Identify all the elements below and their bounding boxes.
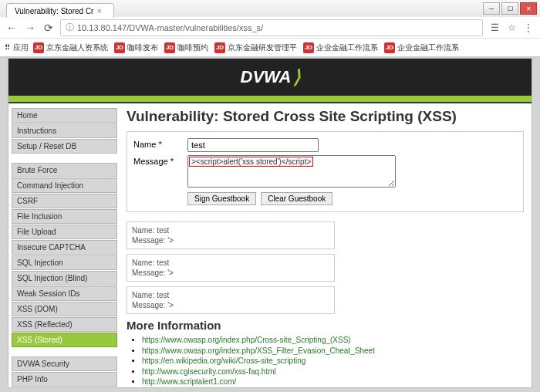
entry-name: Name: test — [132, 290, 329, 300]
close-button[interactable]: ✕ — [520, 2, 537, 15]
sidebar-item-command-injection[interactable]: Command Injection — [12, 178, 117, 193]
clear-guestbook-button[interactable]: Clear Guestbook — [261, 192, 332, 205]
jd-icon: JD — [214, 42, 225, 53]
forward-button[interactable]: → — [23, 21, 37, 35]
logo-arc-icon: ⟩ — [293, 68, 300, 86]
sidebar-item-instructions[interactable]: Instructions — [12, 123, 117, 138]
jd-icon: JD — [33, 42, 44, 53]
jd-icon: JD — [114, 42, 125, 53]
entry-message: Message: '> — [132, 235, 329, 245]
bookmark-item[interactable]: JD企业金融工作流系 — [383, 42, 461, 53]
maximize-button[interactable]: ☐ — [501, 2, 518, 15]
bookmark-item[interactable]: JD咖啡预约 — [163, 42, 210, 53]
minimize-button[interactable]: ─ — [483, 2, 500, 15]
jd-icon: JD — [164, 42, 175, 53]
bookmark-item[interactable]: JD企业金融工作流系 — [302, 42, 380, 53]
sidebar-item-csrf[interactable]: CSRF — [12, 194, 117, 208]
sidebar-item-bruteforce[interactable]: Brute Force — [12, 163, 117, 177]
sidebar-item-file-upload[interactable]: File Upload — [12, 225, 117, 239]
entry-name: Name: test — [132, 225, 329, 235]
entry-name: Name: test — [132, 258, 329, 268]
main-content: Vulnerability: Stored Cross Site Scripti… — [120, 103, 532, 386]
sidebar-item-home[interactable]: Home — [12, 108, 117, 123]
close-icon[interactable]: × — [96, 6, 101, 15]
menu-group-2: Brute Force Command Injection CSRF File … — [12, 163, 117, 347]
apps-icon[interactable]: ⠿ — [5, 43, 10, 52]
sidebar-item-security[interactable]: DVWA Security — [12, 357, 117, 371]
sidebar-item-captcha[interactable]: Insecure CAPTCHA — [12, 240, 117, 255]
menu-group-1: Home Instructions Setup / Reset DB — [12, 108, 117, 154]
message-label: Message * — [133, 155, 187, 166]
apps-label[interactable]: 应用 — [13, 42, 29, 53]
bookmarks-bar: ⠿ 应用 JD京东金融人资系统 JD咖啡发布 JD咖啡预约 JD京东金融研发管理… — [0, 39, 540, 57]
site-info-icon[interactable]: ⓘ — [66, 22, 74, 33]
sidebar-item-xss-reflected[interactable]: XSS (Reflected) — [12, 317, 117, 332]
guestbook-form: Name * Message * ><script>alert('xss sto… — [127, 131, 524, 212]
page-content: DVWA⟩ Home Instructions Setup / Reset DB… — [8, 58, 532, 388]
sidebar-item-file-inclusion[interactable]: File Inclusion — [12, 209, 117, 224]
name-label: Name * — [133, 138, 187, 149]
info-link[interactable]: http://www.scriptalert1.com/ — [142, 377, 236, 386]
sidebar: Home Instructions Setup / Reset DB Brute… — [8, 103, 120, 386]
info-link[interactable]: https://www.owasp.org/index.php/XSS_Filt… — [142, 346, 375, 355]
page-title: Vulnerability: Stored Cross Site Scripti… — [127, 108, 524, 125]
guestbook-entry: Name: test Message: '> — [127, 286, 335, 314]
sidebar-item-xss-stored[interactable]: XSS (Stored) — [12, 333, 117, 347]
header-divider — [8, 96, 532, 103]
menu-group-3: DVWA Security PHP Info — [12, 357, 117, 387]
sign-guestbook-button[interactable]: Sign Guestbook — [187, 192, 256, 205]
name-input[interactable] — [187, 138, 319, 152]
star-icon[interactable]: ☆ — [505, 21, 518, 35]
info-link[interactable]: https://www.owasp.org/index.php/Cross-si… — [142, 336, 351, 344]
message-textarea[interactable] — [187, 155, 396, 188]
tab-title: Vulnerability: Stored Cr — [15, 7, 93, 15]
menu-icon[interactable]: ⋮ — [521, 21, 535, 35]
window-titlebar: Vulnerability: Stored Cr × ─ ☐ ✕ — [0, 0, 540, 17]
bookmark-item[interactable]: JD京东金融研发管理平 — [213, 42, 299, 53]
bookmark-item[interactable]: JD京东金融人资系统 — [32, 42, 110, 53]
translate-icon[interactable]: ☰ — [488, 21, 501, 35]
dvwa-logo: DVWA⟩ — [8, 59, 532, 96]
info-link[interactable]: http://www.cgisecurity.com/xss-faq.html — [142, 367, 276, 376]
url-bar[interactable]: ⓘ 10.13.80.147/DVWA-master/vulnerabiliti… — [60, 19, 483, 36]
sidebar-item-sqli-blind[interactable]: SQL Injection (Blind) — [12, 271, 117, 286]
url-text: 10.13.80.147/DVWA-master/vulnerabilities… — [77, 23, 263, 32]
sidebar-item-setup[interactable]: Setup / Reset DB — [12, 139, 117, 154]
sidebar-item-weak-session[interactable]: Weak Session IDs — [12, 286, 117, 301]
sidebar-item-xss-dom[interactable]: XSS (DOM) — [12, 302, 117, 316]
reload-button[interactable]: ⟳ — [42, 21, 56, 35]
info-link[interactable]: https://en.wikipedia.org/wiki/Cross-site… — [142, 357, 305, 365]
sidebar-item-sqli[interactable]: SQL Injection — [12, 255, 117, 270]
back-button[interactable]: ← — [5, 21, 19, 35]
info-links: https://www.owasp.org/index.php/Cross-si… — [127, 335, 524, 386]
sidebar-item-phpinfo[interactable]: PHP Info — [12, 372, 117, 387]
guestbook-entry: Name: test Message: '> — [127, 254, 335, 282]
jd-icon: JD — [384, 42, 395, 53]
guestbook-entry: Name: test Message: '> — [127, 221, 335, 249]
entry-message: Message: '> — [132, 268, 329, 278]
bookmark-item[interactable]: JD咖啡发布 — [113, 42, 160, 53]
jd-icon: JD — [303, 42, 314, 53]
entry-message: Message: '> — [132, 300, 329, 310]
more-info-heading: More Information — [127, 319, 524, 332]
browser-tab[interactable]: Vulnerability: Stored Cr × — [6, 3, 114, 18]
